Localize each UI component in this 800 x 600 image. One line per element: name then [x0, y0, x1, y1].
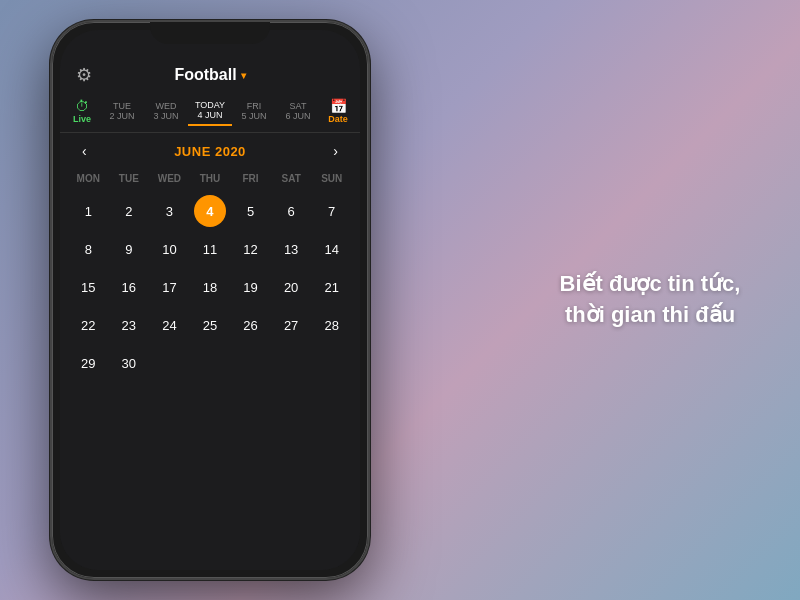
col-tue: TUE: [109, 169, 150, 188]
dropdown-arrow-icon[interactable]: ▾: [241, 70, 246, 81]
calendar-today[interactable]: 4: [194, 195, 226, 227]
col-thu: THU: [190, 169, 231, 188]
calendar-cell[interactable]: 20: [271, 268, 312, 306]
calendar-cell[interactable]: 21: [311, 268, 352, 306]
calendar-day[interactable]: 23: [122, 318, 136, 333]
calendar-cell[interactable]: 17: [149, 268, 190, 306]
tab-date[interactable]: 📅 Date: [320, 94, 356, 128]
calendar-day[interactable]: 9: [125, 242, 132, 257]
tab-live[interactable]: ⏱ Live: [64, 94, 100, 128]
calendar-cell[interactable]: 23: [109, 306, 150, 344]
day-tabs-bar: ⏱ Live TUE 2 JUN WED 3 JUN TODAY 4 JUN: [60, 90, 360, 133]
calendar-day[interactable]: 1: [85, 204, 92, 219]
calendar-cell: [149, 344, 190, 382]
col-mon: MON: [68, 169, 109, 188]
calendar-cell[interactable]: 29: [68, 344, 109, 382]
promo-line2: thời gian thi đấu: [565, 302, 735, 327]
calendar-day[interactable]: 22: [81, 318, 95, 333]
calendar-day[interactable]: 8: [85, 242, 92, 257]
col-fri: FRI: [230, 169, 271, 188]
col-sat: SAT: [271, 169, 312, 188]
calendar-cell[interactable]: 1: [68, 192, 109, 230]
calendar-cell[interactable]: 11: [190, 230, 231, 268]
calendar-cell[interactable]: 3: [149, 192, 190, 230]
app-title: Football ▾: [174, 66, 245, 84]
calendar-cell[interactable]: 14: [311, 230, 352, 268]
calendar-cell[interactable]: 28: [311, 306, 352, 344]
tab-fri[interactable]: FRI 5 JUN: [232, 97, 276, 125]
next-month-button[interactable]: ›: [327, 141, 344, 161]
calendar-body: 1234567891011121314151617181920212223242…: [68, 192, 352, 382]
calendar-day[interactable]: 28: [324, 318, 338, 333]
calendar-cell: [271, 344, 312, 382]
calendar-day[interactable]: 16: [122, 280, 136, 295]
calendar-day[interactable]: 25: [203, 318, 217, 333]
live-label: Live: [73, 114, 91, 124]
calendar-day[interactable]: 24: [162, 318, 176, 333]
calendar-day[interactable]: 29: [81, 356, 95, 371]
calendar-cell[interactable]: 8: [68, 230, 109, 268]
phone-notch: [150, 22, 270, 44]
calendar-day[interactable]: 13: [284, 242, 298, 257]
calendar-cell[interactable]: 9: [109, 230, 150, 268]
prev-month-button[interactable]: ‹: [76, 141, 93, 161]
phone-screen: ⚙ Football ▾ ⏱ Live TUE 2 JUN: [60, 30, 360, 570]
calendar-day[interactable]: 17: [162, 280, 176, 295]
calendar-cell: [230, 344, 271, 382]
col-sun: SUN: [311, 169, 352, 188]
calendar-day[interactable]: 15: [81, 280, 95, 295]
calendar-cell[interactable]: 24: [149, 306, 190, 344]
calendar-cell[interactable]: 2: [109, 192, 150, 230]
calendar-cell[interactable]: 6: [271, 192, 312, 230]
phone-mockup: ⚙ Football ▾ ⏱ Live TUE 2 JUN: [50, 20, 370, 580]
calendar-day[interactable]: 12: [243, 242, 257, 257]
calendar-day[interactable]: 2: [125, 204, 132, 219]
col-wed: WED: [149, 169, 190, 188]
calendar-day[interactable]: 21: [324, 280, 338, 295]
calendar-cell[interactable]: 26: [230, 306, 271, 344]
tab-sat[interactable]: SAT 6 JUN: [276, 97, 320, 125]
calendar-day[interactable]: 11: [203, 242, 217, 257]
tab-today-date: 4 JUN: [197, 110, 222, 120]
promo-text-block: Biết được tin tức, thời gian thi đấu: [540, 269, 760, 331]
calendar-cell[interactable]: 12: [230, 230, 271, 268]
calendar-day[interactable]: 30: [122, 356, 136, 371]
calendar-day[interactable]: 19: [243, 280, 257, 295]
calendar-cell[interactable]: 10: [149, 230, 190, 268]
app-header: ⚙ Football ▾: [60, 60, 360, 90]
calendar-day[interactable]: 20: [284, 280, 298, 295]
calendar-cell: [311, 344, 352, 382]
calendar-cell[interactable]: 4: [190, 192, 231, 230]
calendar-day[interactable]: 27: [284, 318, 298, 333]
calendar-day[interactable]: 5: [247, 204, 254, 219]
calendar-cell[interactable]: 19: [230, 268, 271, 306]
calendar-cell[interactable]: 13: [271, 230, 312, 268]
calendar-cell: [190, 344, 231, 382]
calendar-day[interactable]: 26: [243, 318, 257, 333]
calendar-day[interactable]: 6: [288, 204, 295, 219]
calendar-day[interactable]: 18: [203, 280, 217, 295]
calendar-day[interactable]: 7: [328, 204, 335, 219]
gear-icon[interactable]: ⚙: [76, 64, 92, 86]
calendar-cell[interactable]: 30: [109, 344, 150, 382]
calendar-cell[interactable]: 18: [190, 268, 231, 306]
tab-sat-name: SAT: [290, 101, 307, 111]
calendar-cell[interactable]: 22: [68, 306, 109, 344]
calendar-cell[interactable]: 15: [68, 268, 109, 306]
tab-tue-date: 2 JUN: [109, 111, 134, 121]
calendar-cell[interactable]: 25: [190, 306, 231, 344]
month-nav: ‹ JUNE 2020 ›: [60, 133, 360, 169]
calendar-cell[interactable]: 7: [311, 192, 352, 230]
tab-wed[interactable]: WED 3 JUN: [144, 97, 188, 125]
tab-wed-date: 3 JUN: [153, 111, 178, 121]
calendar-day[interactable]: 14: [324, 242, 338, 257]
tab-today[interactable]: TODAY 4 JUN: [188, 96, 232, 126]
calendar-cell[interactable]: 5: [230, 192, 271, 230]
tab-tue[interactable]: TUE 2 JUN: [100, 97, 144, 125]
calendar-cell[interactable]: 16: [109, 268, 150, 306]
month-title: JUNE 2020: [174, 144, 246, 159]
calendar-cell[interactable]: 27: [271, 306, 312, 344]
calendar-day[interactable]: 3: [166, 204, 173, 219]
calendar-day[interactable]: 10: [162, 242, 176, 257]
calendar-icon: 📅: [330, 98, 347, 114]
